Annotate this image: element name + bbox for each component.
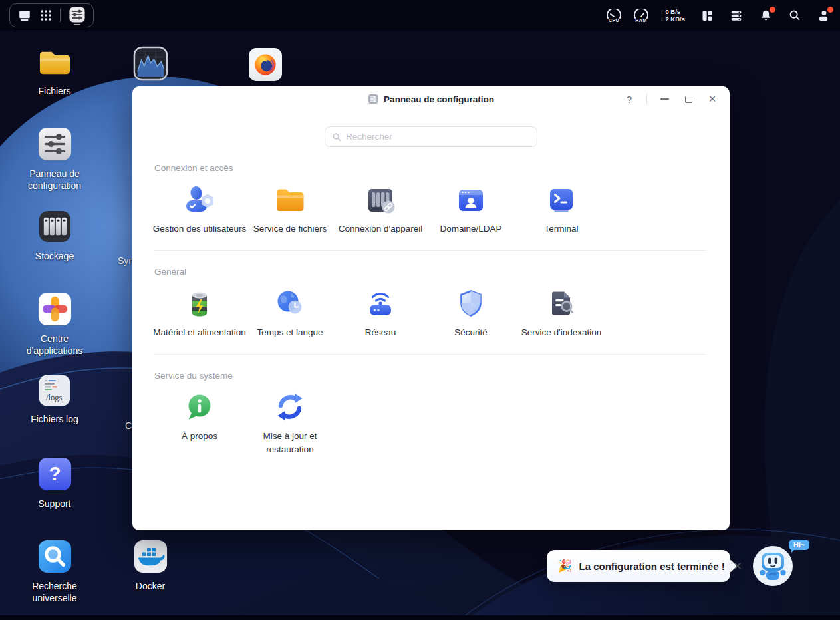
assistant-mascot[interactable] <box>752 545 793 587</box>
cpu-gauge[interactable]: CPU <box>606 9 622 23</box>
cp-item-domain-ldap[interactable]: Domaine/LDAP <box>426 182 516 235</box>
cp-item-security[interactable]: Sécurité <box>426 286 516 339</box>
section-divider <box>154 354 706 355</box>
minimize-button[interactable] <box>658 92 671 106</box>
desktop-icon-label: Panneau de configuration <box>17 168 92 192</box>
cp-item-about[interactable]: À propos <box>154 390 245 443</box>
cp-item-label: Domaine/LDAP <box>420 222 521 235</box>
domain-ldap-icon <box>454 182 488 217</box>
about-icon <box>182 390 217 424</box>
window-title: Panneau de configuration <box>384 94 494 104</box>
search-icon <box>332 132 341 142</box>
section-title: Service du système <box>154 371 730 381</box>
hardware-power-icon <box>182 286 217 321</box>
cp-item-hardware-power[interactable]: Matériel et alimentation <box>154 286 245 339</box>
desktop-icon-label: Support <box>38 498 70 510</box>
desktop-icon-label: Fichiers log <box>31 413 78 425</box>
desktop-icon-docker[interactable]: Docker <box>113 538 188 592</box>
desktop-icon-firefox[interactable] <box>228 48 303 81</box>
svg-text:?: ? <box>49 462 61 484</box>
section-row: À propos Mise à jour et restauration <box>154 390 730 456</box>
cp-item-label: Terminal <box>511 222 612 235</box>
file-service-icon <box>273 182 307 217</box>
svg-text:/logs: /logs <box>46 393 62 402</box>
help-button[interactable]: ? <box>623 92 636 106</box>
desktop-icon-app-center[interactable]: Centre d'applications <box>17 291 92 357</box>
cp-item-terminal[interactable]: Terminal <box>516 182 607 235</box>
assistant-greeting-bubble[interactable]: Hi~ <box>789 540 809 550</box>
party-popper-icon: 🎉 <box>557 559 572 573</box>
cpu-label: CPU <box>609 18 619 23</box>
section-title: Général <box>154 267 730 277</box>
indexing-service-icon <box>544 286 579 321</box>
section-row: Matériel et alimentation Temps et langue <box>154 286 730 353</box>
cp-item-user-management[interactable]: Gestion des utilisateurs <box>154 182 245 235</box>
desktop-icon-storage[interactable]: Stockage <box>17 208 92 262</box>
cp-item-time-language[interactable]: Temps et langue <box>245 286 335 339</box>
upload-speed: 0 B/s <box>665 8 680 15</box>
cp-item-label: Réseau <box>330 326 431 339</box>
user-account-icon[interactable] <box>817 9 831 23</box>
notifications-bell-icon[interactable] <box>759 9 773 23</box>
toast-message: La configuration est terminée ! <box>579 561 724 572</box>
close-button[interactable]: ✕ <box>706 92 719 106</box>
window-title-icon <box>368 94 378 104</box>
control-panel-window: Panneau de configuration ? ✕ Connexion e… <box>132 86 730 530</box>
network-icon <box>363 286 398 321</box>
desktop-icon-control-panel[interactable]: Panneau de configuration <box>17 126 92 192</box>
device-connection-icon <box>363 182 398 217</box>
cp-item-update-restore[interactable]: Mise à jour et restauration <box>245 390 335 456</box>
cp-item-label: Temps et langue <box>239 326 341 339</box>
cp-item-label: À propos <box>149 430 250 443</box>
section-title: Connexion et accès <box>154 163 730 173</box>
control-panel-icon <box>37 126 73 162</box>
active-app-indicator <box>74 24 80 25</box>
dock-divider <box>60 9 61 22</box>
control-panel-search[interactable] <box>325 126 537 147</box>
cp-item-network[interactable]: Réseau <box>335 286 426 339</box>
app-grid-icon[interactable] <box>40 9 52 21</box>
terminal-icon <box>544 182 579 217</box>
account-notification-dot <box>827 7 833 13</box>
users-icon <box>182 182 217 217</box>
desktop-icon-files[interactable]: Fichiers <box>17 43 92 97</box>
cp-item-device-connection[interactable]: Connexion d'appareil <box>335 182 426 235</box>
setup-complete-toast: 🎉 La configuration est terminée ! ✕ <box>547 550 730 582</box>
storage-icon <box>37 208 73 245</box>
system-tray: CPU RAM ↑ 0 B/s ↓ 2 KB/s <box>606 8 831 23</box>
widgets-panel-icon[interactable] <box>700 9 714 23</box>
network-speed[interactable]: ↑ 0 B/s ↓ 2 KB/s <box>660 8 685 23</box>
support-icon: ? <box>37 456 73 492</box>
desktop-icon-log-files[interactable]: /logs Fichiers log <box>17 373 92 425</box>
folder-icon <box>37 43 73 80</box>
show-desktop-icon[interactable] <box>17 8 32 23</box>
window-titlebar[interactable]: Panneau de configuration ? ✕ <box>132 86 730 112</box>
desktop-icon-label-partial[interactable]: Syn <box>118 255 134 266</box>
desktop-icon-universal-search[interactable]: Recherche universelle <box>17 538 92 604</box>
section-row: Gestion des utilisateurs Service de fich… <box>154 182 730 249</box>
app-center-icon <box>37 291 73 327</box>
ram-label: RAM <box>635 18 646 23</box>
ram-gauge[interactable]: RAM <box>633 9 649 23</box>
control-panel-icon <box>69 6 86 23</box>
task-queue-icon[interactable] <box>730 9 744 23</box>
section-divider <box>154 250 706 251</box>
search-input[interactable] <box>346 132 530 142</box>
taskbar-control-panel-app[interactable] <box>69 6 86 25</box>
desktop-icon-label: Stockage <box>35 250 74 262</box>
controls-divider <box>646 94 647 104</box>
cp-item-label: Connexion d'appareil <box>330 222 431 235</box>
cp-item-indexing-service[interactable]: Service d'indexation <box>516 286 607 339</box>
desktop-icon-label: Docker <box>136 580 165 592</box>
maximize-button[interactable] <box>682 92 695 106</box>
desktop-icon-support[interactable]: ? Support <box>17 456 92 510</box>
cp-item-label: Gestion des utilisateurs <box>149 222 250 235</box>
security-icon <box>454 286 488 321</box>
cp-item-label: Matériel et alimentation <box>149 326 250 339</box>
docker-icon <box>132 538 169 575</box>
global-search-icon[interactable] <box>788 9 801 22</box>
download-speed: 2 KB/s <box>665 15 685 23</box>
taskbar-dock <box>9 3 94 27</box>
firefox-icon <box>249 48 282 81</box>
cp-item-file-service[interactable]: Service de fichiers <box>245 182 335 235</box>
